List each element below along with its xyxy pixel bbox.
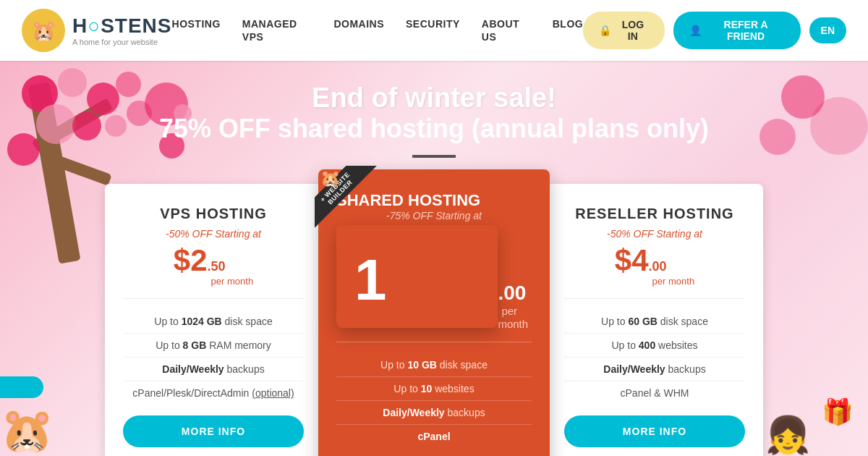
vps-hosting-card: VPS HOSTING -50% OFF Starting at $ 2 .50… [105,184,322,456]
vps-price-dollar: $ [174,243,190,278]
shared-price-main: 1 [336,225,498,328]
hero-line1: End of winter sale! [159,83,709,114]
reseller-card-title: RESELLER HOSTING [564,206,745,222]
vps-feature-disk: Up to 1024 GB disk space [123,310,304,334]
vps-more-info-button[interactable]: MORE INFO [123,415,304,447]
reseller-price-cents: .00 [649,259,667,274]
logo-circle-letter: ○ [88,14,101,37]
language-button[interactable]: EN [809,17,846,43]
blossom [7,133,40,166]
tree-trunk [28,82,81,263]
nav-item-blog[interactable]: BLOG [553,17,583,43]
right-blossom1 [810,97,868,155]
shared-price-per: per month [498,305,528,330]
vps-feature-backups: Daily/Weekly backups [123,358,304,381]
nav-links: HOSTING MANAGED VPS DOMAINS SECURITY ABO… [172,17,584,43]
logo[interactable]: 🐹 H○STENS A home for your website [22,9,172,52]
shared-feature-websites: Up to 10 websites [336,377,532,401]
nav-actions: 🔒 LOG IN 👤 REFER A FRIEND EN [583,12,846,49]
reseller-feature-disk: Up to 60 GB disk space [564,310,745,334]
vps-card-title: VPS HOSTING [123,206,304,222]
nav-item-hosting[interactable]: HOSTING [172,17,221,43]
blossom [116,72,141,97]
blossom [105,115,127,137]
hero-line2: 75% OFF shared hosting (annual plans onl… [159,114,709,144]
vps-price-cents: .50 [208,259,226,274]
login-button[interactable]: 🔒 LOG IN [583,12,664,49]
vps-features: Up to 1024 GB disk space Up to 8 GB RAM … [123,310,304,405]
nav-item-managed-vps[interactable]: MANAGED VPS [242,17,312,43]
pricing-row: VPS HOSTING -50% OFF Starting at $ 2 .50… [105,169,763,456]
reseller-divider [564,298,745,299]
lock-icon: 🔒 [599,25,611,36]
logo-tagline: A home for your website [72,38,172,46]
refer-button[interactable]: 👤 REFER A FRIEND [673,12,801,49]
nav-item-about[interactable]: ABOUT US [482,17,531,43]
hero-title: End of winter sale! 75% OFF shared hosti… [159,83,709,144]
shared-hosting-card: + WEBSITEBUILDER 🐹 SHARED HOSTING -75% O… [318,169,550,456]
blossom [87,83,119,115]
reseller-price-main: 4 [631,243,648,278]
reseller-price-area: $ 4 .00 per month [564,243,745,287]
shared-price-area: 1 .00 per month [336,225,532,331]
nav-item-security[interactable]: SECURITY [406,17,460,43]
navbar: 🐹 H○STENS A home for your website HOSTIN… [0,0,868,61]
shared-feature-cpanel: cPanel [336,425,532,448]
vps-price-area: $ 2 .50 per month [123,243,304,287]
nav-item-domains[interactable]: DOMAINS [333,17,384,43]
logo-icon: 🐹 [22,9,65,52]
tree-branch-1 [32,98,114,153]
reseller-price-per: per month [652,276,695,287]
reseller-feature-cpanel: cPanel & WHM [564,381,745,405]
blossom [36,104,76,144]
shared-price-cents: .00 [498,282,526,304]
reseller-price-dollar: $ [615,243,631,278]
hero-divider [412,155,456,158]
reseller-feature-backups: Daily/Weekly backups [564,358,745,381]
reseller-discount: -50% OFF Starting at [564,228,745,240]
blue-arm-decoration [0,376,43,398]
blossom [127,101,152,126]
badge-icon: 🐹 [320,169,340,188]
blossom [72,111,101,140]
vps-feature-ram: Up to 8 GB RAM memory [123,334,304,358]
reseller-hosting-card: RESELLER HOSTING -50% OFF Starting at $ … [546,184,763,456]
website-builder-badge: + WEBSITEBUILDER 🐹 [315,166,387,238]
right-gift: 🎁 [822,397,854,427]
tree-branch-2 [40,150,111,185]
vps-price-per: per month [211,276,254,287]
person-icon: 👤 [689,25,702,36]
vps-discount: -50% OFF Starting at [123,228,304,240]
right-character: 👧 [765,414,810,456]
blossom [22,75,58,111]
shared-divider [336,342,532,342]
shared-features: Up to 10 GB disk space Up to 10 websites… [336,353,532,448]
monster-left: 🐹 [0,405,54,456]
right-blossom3 [760,119,796,155]
logo-brand: H○STENS [72,14,172,38]
right-blossom2 [781,75,825,119]
vps-price-main: 2 [190,243,207,278]
vps-divider [123,298,304,299]
vps-feature-cpanel: cPanel/Plesk/DirectAdmin (optional) [123,381,304,405]
shared-feature-disk: Up to 10 GB disk space [336,353,532,377]
shared-feature-backups: Daily/Weekly backups [336,401,532,425]
hero-section: 🐹 👧 🎁 End of winter sale! 75% OFF shared… [0,61,868,456]
reseller-feature-websites: Up to 400 websites [564,334,745,358]
blossom [58,68,87,97]
reseller-more-info-button[interactable]: MORE INFO [564,415,745,447]
reseller-features: Up to 60 GB disk space Up to 400 website… [564,310,745,405]
